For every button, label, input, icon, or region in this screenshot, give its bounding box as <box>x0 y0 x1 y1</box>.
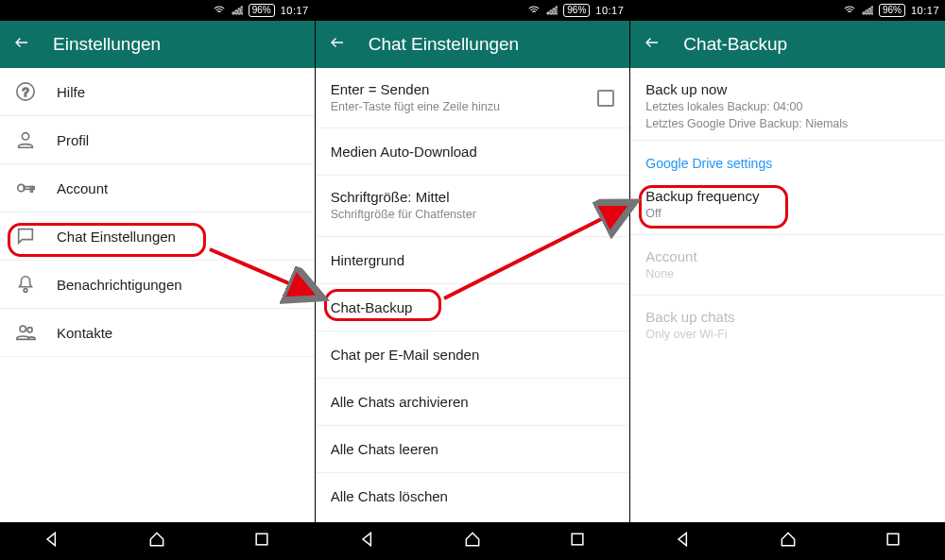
svg-point-6 <box>24 289 27 293</box>
nav-recent-icon[interactable] <box>884 530 902 552</box>
back-icon[interactable] <box>13 34 30 55</box>
row-value: None <box>645 266 930 281</box>
row-label: Enter = Senden <box>331 81 598 97</box>
row-label: Account <box>645 248 930 264</box>
row-archive-all[interactable]: Alle Chats archivieren <box>316 379 630 426</box>
row-clear-all[interactable]: Alle Chats leeren <box>316 426 630 473</box>
help-icon: ? <box>15 81 57 102</box>
row-label: Profil <box>57 132 300 148</box>
row-label: Hintergrund <box>331 252 615 268</box>
back-icon[interactable] <box>644 34 661 55</box>
svg-point-8 <box>27 328 32 332</box>
svg-text:?: ? <box>22 85 28 99</box>
clock: 10:17 <box>911 5 939 16</box>
row-notifications[interactable]: Benachrichtigungen <box>0 261 315 309</box>
row-label: Medien Auto-Download <box>331 144 615 160</box>
bell-icon <box>15 274 57 295</box>
nav-back-icon[interactable] <box>358 530 377 552</box>
status-bar: 96% 10:17 <box>0 0 315 21</box>
app-bar: Einstellungen <box>0 21 315 68</box>
wifi-icon <box>213 4 226 17</box>
row-subtext: Schriftgröße für Chatfenster <box>331 207 615 222</box>
row-label: Schriftgröße: Mittel <box>331 189 615 205</box>
row-label: Alle Chats leeren <box>331 441 615 457</box>
person-icon <box>15 129 57 150</box>
row-email-chat[interactable]: Chat per E-Mail senden <box>316 331 630 379</box>
row-label: Back up chats <box>645 309 930 325</box>
battery-level: 96% <box>563 4 590 17</box>
row-backup-frequency[interactable]: Backup frequency Off <box>630 175 945 235</box>
back-icon[interactable] <box>329 34 346 55</box>
nav-bar <box>316 522 630 560</box>
svg-rect-9 <box>256 534 267 545</box>
row-enter-send[interactable]: Enter = Senden Enter-Taste fügt eine Zei… <box>316 68 630 128</box>
row-wallpaper[interactable]: Hintergrund <box>316 237 630 284</box>
battery-level: 96% <box>879 4 905 17</box>
row-subtext1: Letztes lokales Backup: 04:00 <box>645 99 930 114</box>
section-gdrive: Google Drive settings <box>630 141 945 175</box>
row-label: Hilfe <box>57 84 300 100</box>
clock: 10:17 <box>281 5 309 16</box>
backup-list: Back up now Letztes lokales Backup: 04:0… <box>630 68 945 522</box>
row-subtext: Enter-Taste fügt eine Zeile hinzu <box>331 99 598 114</box>
nav-bar <box>630 522 945 560</box>
row-media-download[interactable]: Medien Auto-Download <box>316 128 630 176</box>
row-label: Chat per E-Mail senden <box>331 347 615 363</box>
nav-bar <box>0 522 315 560</box>
svg-point-7 <box>20 326 26 331</box>
panel-chat-settings: 96% 10:17 Chat Einstellungen Enter = Sen… <box>316 0 631 560</box>
svg-rect-10 <box>572 534 583 545</box>
row-label: Backup frequency <box>645 188 930 204</box>
chat-settings-list: Enter = Senden Enter-Taste fügt eine Zei… <box>316 68 630 522</box>
page-title: Einstellungen <box>53 34 161 55</box>
nav-home-icon[interactable] <box>463 530 482 552</box>
row-delete-all[interactable]: Alle Chats löschen <box>316 473 630 520</box>
row-backup-chats: Back up chats Only over Wi-Fi <box>630 296 945 355</box>
page-title: Chat Einstellungen <box>369 34 520 55</box>
people-icon <box>15 322 57 343</box>
nav-home-icon[interactable] <box>147 530 166 552</box>
row-value: Only over Wi-Fi <box>645 327 930 342</box>
wifi-icon <box>527 4 541 17</box>
row-label: Alle Chats archivieren <box>331 394 615 410</box>
wifi-icon <box>843 4 856 17</box>
row-help[interactable]: ? Hilfe <box>0 68 315 116</box>
row-label: Back up now <box>645 81 930 97</box>
page-title: Chat-Backup <box>683 34 787 55</box>
panel-settings: 96% 10:17 Einstellungen ? Hilfe Profil A… <box>0 0 316 560</box>
nav-recent-icon[interactable] <box>252 530 271 552</box>
row-label: Kontakte <box>57 325 300 341</box>
row-profile[interactable]: Profil <box>0 116 315 164</box>
row-gdrive-account: Account None <box>630 235 945 296</box>
signal-icon <box>862 5 873 16</box>
signal-icon <box>232 5 243 16</box>
row-account[interactable]: Account <box>0 164 315 212</box>
nav-back-icon[interactable] <box>43 530 61 552</box>
chat-icon <box>15 226 57 246</box>
row-label: Alle Chats löschen <box>331 488 615 504</box>
status-bar: 96% 10:17 <box>630 0 945 21</box>
key-icon <box>15 178 57 198</box>
row-chat-backup[interactable]: Chat-Backup <box>316 284 630 331</box>
row-contacts[interactable]: Kontakte <box>0 309 315 357</box>
row-subtext2: Letztes Google Drive Backup: Niemals <box>645 116 930 131</box>
panel-chat-backup: 96% 10:17 Chat-Backup Back up now Letzte… <box>630 0 945 560</box>
nav-home-icon[interactable] <box>779 530 798 552</box>
row-label: Chat Einstellungen <box>57 229 300 245</box>
row-label: Account <box>57 180 300 196</box>
checkbox[interactable] <box>597 90 614 107</box>
row-label: Benachrichtigungen <box>57 277 300 293</box>
row-value: Off <box>645 206 930 221</box>
row-label: Chat-Backup <box>331 299 615 315</box>
clock: 10:17 <box>595 5 624 16</box>
row-chat-settings[interactable]: Chat Einstellungen <box>0 212 315 261</box>
signal-icon <box>546 5 558 16</box>
nav-back-icon[interactable] <box>674 530 693 552</box>
app-bar: Chat Einstellungen <box>316 21 630 68</box>
row-font-size[interactable]: Schriftgröße: Mittel Schriftgröße für Ch… <box>316 176 630 236</box>
svg-point-2 <box>22 133 28 140</box>
battery-level: 96% <box>249 4 275 17</box>
nav-recent-icon[interactable] <box>568 530 587 552</box>
app-bar: Chat-Backup <box>630 21 945 68</box>
row-backup-now[interactable]: Back up now Letztes lokales Backup: 04:0… <box>630 68 945 140</box>
